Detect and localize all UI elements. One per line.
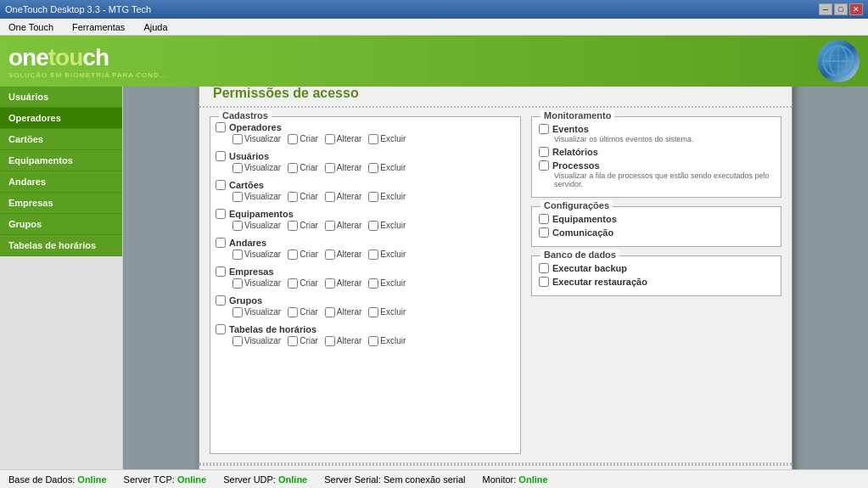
logo-sub: SOLUÇÃO EM BIOMETRIA PARA COND... bbox=[8, 71, 168, 79]
monitor-item-eventos: Eventos Visualizar os últimos eventos do… bbox=[539, 124, 774, 143]
logo: onetouch SOLUÇÃO EM BIOMETRIA PARA COND.… bbox=[8, 44, 168, 79]
server-serial-value: Sem conexão serial bbox=[384, 474, 466, 485]
checkbox-empresas[interactable] bbox=[216, 266, 226, 277]
checkbox-backup[interactable] bbox=[539, 263, 549, 273]
sidebar-item-cartoes[interactable]: Cartões bbox=[0, 129, 122, 150]
checkbox-andares[interactable] bbox=[216, 238, 226, 248]
monitor-label: Monitor: Online bbox=[483, 474, 548, 485]
check-alterar-usuarios[interactable]: Alterar bbox=[325, 163, 361, 173]
sidebar-item-operadores[interactable]: Operadores bbox=[0, 108, 122, 129]
server-udp-label: Server UDP: Online bbox=[223, 474, 307, 485]
sidebar-item-usuarios[interactable]: Usuários bbox=[0, 87, 122, 108]
server-udp-value: Online bbox=[278, 474, 307, 485]
checkbox-restauracao[interactable] bbox=[539, 277, 549, 287]
check-criar-cartoes[interactable]: Criar bbox=[288, 192, 318, 202]
check-alterar-operadores[interactable]: Alterar bbox=[325, 134, 361, 144]
cadastros-panel: Cadastros Operadores Visualizar Criar bbox=[210, 116, 521, 454]
menu-bar: One Touch Ferramentas Ajuda bbox=[0, 19, 868, 36]
check-criar-usuarios[interactable]: Criar bbox=[288, 163, 318, 173]
permission-row-operadores: Operadores Visualizar Criar Alterar Excl… bbox=[216, 122, 515, 144]
permission-title-tabelas: Tabelas de horários bbox=[216, 324, 515, 334]
check-visualizar-operadores[interactable]: Visualizar bbox=[232, 134, 281, 144]
check-criar-andares[interactable]: Criar bbox=[288, 250, 318, 260]
close-button[interactable]: ✕ bbox=[849, 3, 863, 15]
check-excluir-cartoes[interactable]: Excluir bbox=[368, 192, 406, 202]
monitor-desc-eventos: Visualizar os últimos eventos do sistema… bbox=[539, 135, 774, 143]
permission-checks-empresas: Visualizar Criar Alterar Excluir bbox=[216, 278, 515, 289]
check-excluir-equipamentos[interactable]: Excluir bbox=[368, 221, 406, 231]
cadastros-legend: Cadastros bbox=[219, 110, 272, 121]
permissions-modal: 🔑 Permissões de acesso ✕ Permissões de a… bbox=[199, 87, 792, 469]
check-visualizar-tabelas[interactable]: Visualizar bbox=[232, 336, 281, 346]
server-tcp-label: Server TCP: Online bbox=[124, 474, 207, 485]
server-tcp-value: Online bbox=[177, 474, 206, 485]
check-criar-grupos[interactable]: Criar bbox=[288, 307, 318, 317]
check-visualizar-equipamentos[interactable]: Visualizar bbox=[232, 221, 281, 231]
base-de-dados-label: Base de Dados: Online bbox=[8, 474, 107, 485]
sidebar: Usuários Operadores Cartões Equipamentos… bbox=[0, 87, 123, 469]
check-criar-empresas[interactable]: Criar bbox=[288, 278, 318, 289]
monitoramento-legend: Monitoramento bbox=[540, 110, 614, 121]
check-criar-equipamentos[interactable]: Criar bbox=[288, 221, 318, 231]
check-visualizar-empresas[interactable]: Visualizar bbox=[232, 278, 281, 289]
checkbox-config-equipamentos[interactable] bbox=[539, 214, 549, 224]
banco-item-backup: Executar backup bbox=[539, 263, 774, 273]
check-visualizar-grupos[interactable]: Visualizar bbox=[232, 307, 281, 317]
permission-checks-equipamentos: Visualizar Criar Alterar Excluir bbox=[216, 221, 515, 231]
monitor-title-eventos: Eventos bbox=[539, 124, 774, 134]
check-excluir-grupos[interactable]: Excluir bbox=[368, 307, 406, 317]
minimize-button[interactable]: ─ bbox=[819, 3, 832, 15]
config-item-equipamentos: Equipamentos bbox=[539, 214, 774, 224]
permission-checks-usuarios: Visualizar Criar Alterar Excluir bbox=[216, 163, 515, 173]
svg-point-5 bbox=[823, 54, 854, 68]
check-excluir-operadores[interactable]: Excluir bbox=[368, 134, 406, 144]
permission-row-equipamentos: Equipamentos Visualizar Criar Alterar Ex… bbox=[216, 209, 515, 231]
checkbox-grupos[interactable] bbox=[216, 295, 226, 306]
configuracoes-legend: Configurações bbox=[540, 200, 613, 210]
checkbox-eventos[interactable] bbox=[539, 124, 549, 134]
permission-checks-operadores: Visualizar Criar Alterar Excluir bbox=[216, 134, 515, 144]
permission-row-usuarios: Usuários Visualizar Criar Alterar Exclui… bbox=[216, 151, 515, 173]
check-visualizar-cartoes[interactable]: Visualizar bbox=[232, 192, 281, 202]
checkbox-relatorios[interactable] bbox=[539, 147, 549, 157]
sidebar-item-equipamentos[interactable]: Equipamentos bbox=[0, 150, 122, 171]
sidebar-item-empresas[interactable]: Empresas bbox=[0, 193, 122, 214]
check-alterar-equipamentos[interactable]: Alterar bbox=[325, 221, 361, 231]
check-criar-operadores[interactable]: Criar bbox=[288, 134, 318, 144]
check-alterar-empresas[interactable]: Alterar bbox=[325, 278, 361, 289]
checkbox-usuarios[interactable] bbox=[216, 151, 226, 161]
checkbox-config-comunicacao[interactable] bbox=[539, 227, 549, 238]
base-de-dados-value: Online bbox=[77, 474, 106, 485]
permission-title-usuarios: Usuários bbox=[216, 151, 515, 161]
permission-row-grupos: Grupos Visualizar Criar Alterar Excluir bbox=[216, 295, 515, 317]
check-criar-tabelas[interactable]: Criar bbox=[288, 336, 318, 346]
menu-item-ferramentas[interactable]: Ferramentas bbox=[67, 20, 130, 34]
modal-heading: Permissões de acesso bbox=[213, 87, 778, 101]
permission-row-tabelas: Tabelas de horários Visualizar Criar Alt… bbox=[216, 324, 515, 346]
checkbox-operadores[interactable] bbox=[216, 122, 226, 132]
check-excluir-tabelas[interactable]: Excluir bbox=[368, 336, 406, 346]
check-alterar-cartoes[interactable]: Alterar bbox=[325, 192, 361, 202]
monitor-item-relatorios: Relatórios bbox=[539, 147, 774, 157]
menu-item-onetouch[interactable]: One Touch bbox=[3, 20, 59, 34]
check-excluir-andares[interactable]: Excluir bbox=[368, 250, 406, 260]
menu-item-ajuda[interactable]: Ajuda bbox=[138, 20, 172, 34]
sidebar-item-grupos[interactable]: Grupos bbox=[0, 214, 122, 235]
sidebar-item-tabelas[interactable]: Tabelas de horários bbox=[0, 235, 122, 256]
check-alterar-tabelas[interactable]: Alterar bbox=[325, 336, 361, 346]
check-excluir-usuarios[interactable]: Excluir bbox=[368, 163, 406, 173]
modal-footer: Salvar Cancelar bbox=[199, 464, 792, 470]
check-alterar-grupos[interactable]: Alterar bbox=[325, 307, 361, 317]
logo-text: onetouch bbox=[8, 44, 168, 71]
checkbox-processos[interactable] bbox=[539, 160, 549, 171]
checkbox-tabelas[interactable] bbox=[216, 324, 226, 334]
check-visualizar-andares[interactable]: Visualizar bbox=[232, 250, 281, 260]
checkbox-equipamentos[interactable] bbox=[216, 209, 226, 219]
app-header: onetouch SOLUÇÃO EM BIOMETRIA PARA COND.… bbox=[0, 36, 868, 87]
checkbox-cartoes[interactable] bbox=[216, 180, 226, 190]
sidebar-item-andares[interactable]: Andares bbox=[0, 171, 122, 193]
check-visualizar-usuarios[interactable]: Visualizar bbox=[232, 163, 281, 173]
check-excluir-empresas[interactable]: Excluir bbox=[368, 278, 406, 289]
check-alterar-andares[interactable]: Alterar bbox=[325, 250, 361, 260]
maximize-button[interactable]: □ bbox=[834, 3, 848, 15]
